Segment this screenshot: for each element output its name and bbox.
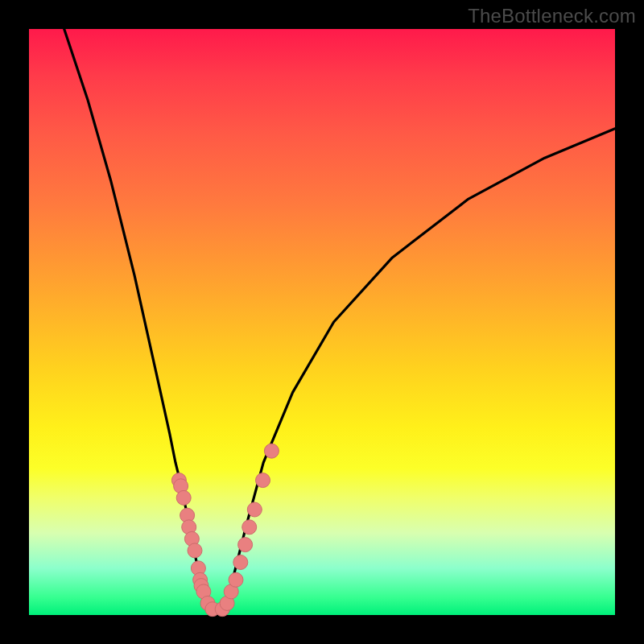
curve-marker <box>176 490 191 505</box>
curve-marker <box>238 538 253 552</box>
curve-marker <box>247 502 262 517</box>
curve-marker <box>233 555 248 570</box>
curve-markers-left <box>171 473 220 617</box>
plot-area <box>29 29 615 615</box>
curve-marker <box>264 444 279 458</box>
curve-marker <box>229 572 243 587</box>
curve-marker <box>188 543 202 558</box>
curve-markers-right <box>215 444 279 617</box>
curve-marker <box>256 473 270 488</box>
curve-marker <box>242 520 257 535</box>
chart-frame: TheBottleneck.com <box>0 0 644 644</box>
chart-svg <box>29 29 615 615</box>
watermark-text: TheBottleneck.com <box>468 5 636 27</box>
bottleneck-curve-line <box>64 29 615 615</box>
